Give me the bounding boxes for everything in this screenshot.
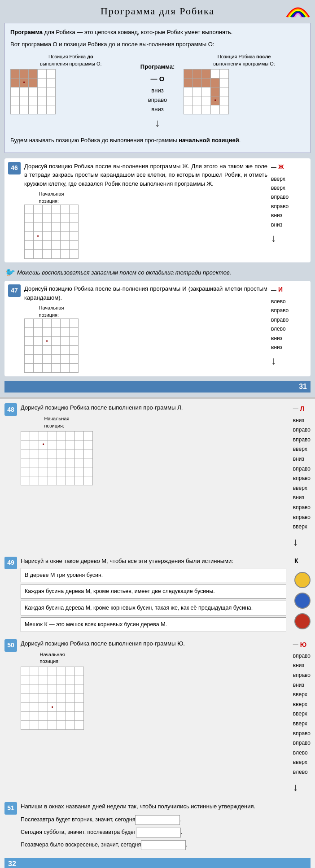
task-51: 51 Напиши в окнах названия дней недели т… [4, 802, 311, 853]
task-48-right: — Л вниз вправо вправо вверх вниз вправо… [293, 403, 311, 551]
task-48-start-pos: Начальнаяпозиция: [21, 415, 93, 485]
task-50-prog-name: Ю [300, 639, 306, 650]
before-section: Позиция Робика довыполнения программы О: [10, 53, 131, 114]
task-num-49: 49 [4, 557, 17, 569]
program-demo: Позиция Робика довыполнения программы О:… [10, 53, 305, 131]
task-48-grid [21, 431, 93, 485]
task-51-answer-2[interactable] [136, 828, 181, 837]
task-46-step-5: вниз [271, 211, 282, 220]
bead-red [294, 613, 311, 629]
task-50-arrow: ↓ [293, 777, 298, 797]
task-51-row2: Сегодня суббота, значит, послезавтра буд… [21, 828, 311, 837]
page-2: 48 Дорисуй позицию Робика после выполнен… [0, 399, 315, 868]
task-47-step-5: вниз [271, 334, 282, 343]
task-51-stmt-3: Позавчера было воскресенье, значит, сего… [21, 841, 141, 849]
task-50-s2: вниз [293, 661, 304, 671]
task-47-arrow: ↓ [271, 352, 276, 370]
task-51-body: Напиши в окнах названия дней недели так,… [21, 802, 311, 853]
page-num-1: 31 [4, 381, 311, 393]
page-1: Программа для Робика Программа для Робик… [0, 0, 315, 397]
task-49-text: Нарисуй в окне такое дерево М, чтобы все… [21, 557, 286, 566]
task-48-s1: вниз [293, 416, 304, 426]
task-48-arrow: ↓ [293, 532, 298, 551]
task-48-s5: вниз [293, 454, 304, 464]
before-grid [10, 69, 56, 114]
task-48-text: Дорисуй позицию Робика после выполнения … [21, 403, 289, 413]
task-51-answer-1[interactable] [135, 815, 180, 825]
task-50-s12: вверх [293, 758, 307, 768]
task-50: 50 Дорисуй позицию Робика после выполнен… [4, 639, 311, 797]
task-47-right: — И влево вправо вправо влево вниз вниз … [271, 284, 307, 370]
task-48-s3: вправо [293, 435, 311, 445]
task-49-body: Нарисуй в окне такое дерево М, чтобы все… [21, 557, 286, 634]
task-51-row3: Позавчера было воскресенье, значит, сего… [21, 840, 311, 850]
info-line2: Вот программа О и позиции Робика до и по… [10, 40, 305, 49]
note-text: Можешь воспользоваться запасным полем со… [17, 269, 231, 277]
task-51-text: Напиши в окнах названия дней недели так,… [21, 802, 311, 811]
info-box: Программа для Робика — это цепочка коман… [4, 23, 311, 153]
task-50-s4: вниз [293, 680, 304, 690]
task-47-body: Дорисуй позицию Робика после вы-полнения… [24, 284, 267, 373]
rainbow-icon [284, 4, 311, 19]
stmt-2: Каждая бусина дерева М, кроме листьев, и… [21, 584, 286, 599]
task-50-s6: вверх [293, 700, 307, 710]
task-47-step-6: вниз [271, 343, 282, 352]
after-section: Позиция Робика послевыполнения программы… [184, 53, 305, 114]
task-48-s8: вверх [293, 484, 307, 493]
program-display: Программа: — О вниз вправо вниз ↓ [140, 53, 175, 131]
task-50-right: — Ю вправо вниз вправо вниз вверх вверх … [293, 639, 311, 797]
task-48: 48 Дорисуй позицию Робика после выполнен… [4, 403, 311, 551]
task-46-step-3: вправо [271, 192, 289, 201]
task-47-step-3: вправо [271, 315, 289, 324]
task-50-start-pos: Начальнаяпозиция: [21, 651, 84, 730]
step-2: вправо [148, 96, 167, 105]
bead-blue [294, 593, 311, 609]
task-47-start-label: Начальнаяпозиция: [39, 305, 64, 318]
task-50-s5: вверх [293, 690, 307, 700]
task-num-50: 50 [4, 639, 17, 652]
task-47-step-4: влево [271, 324, 286, 333]
page-num-2: 32 [4, 858, 311, 868]
task-48-prog-name: Л [300, 403, 305, 414]
task-46-right: — Ж вверх вверх вправо вправо вниз вниз … [271, 162, 307, 248]
task-50-grid [21, 667, 84, 730]
task-51-answer-3[interactable] [141, 840, 186, 850]
bead-label-k: К [294, 557, 298, 566]
step-3: вниз [151, 105, 163, 114]
task-50-grid-area: Начальнаяпозиция: [21, 651, 289, 730]
task-50-body: Дорисуй позицию Робика после выполнения … [21, 639, 289, 730]
program-name: — О [151, 74, 165, 84]
task-num-51: 51 [4, 802, 17, 815]
task-46-step-4: вправо [271, 202, 289, 211]
task-48-s12: вверх [293, 522, 307, 532]
task-50-s10: вправо [293, 738, 311, 748]
task-48-s9: вниз [293, 493, 304, 503]
task-48-body: Дорисуй позицию Робика после выполнения … [21, 403, 289, 485]
stmt-3: Каждая бусина дерева М, кроме корневых б… [21, 601, 286, 615]
summary-text: Будем называть позицию Робика до выполне… [10, 136, 305, 145]
task-48-s4: вверх [293, 445, 307, 454]
stmt-1: В дереве М три уровня бусин. [21, 568, 286, 583]
bird-icon: 🐦 [4, 267, 14, 278]
task-46-start-label: Начальнаяпозиция: [39, 191, 64, 205]
task-46-prog-name: Ж [278, 162, 284, 173]
task-47-step-2: вправо [271, 306, 289, 315]
task-51-row1: Послезавтра будет вторник, значит, сегод… [21, 815, 311, 825]
task-48-grid-area: Начальнаяпозиция: [21, 415, 289, 485]
bead-yellow [294, 572, 311, 588]
task-48-s10: вправо [293, 503, 311, 513]
after-label: Позиция Робика послевыполнения программы… [184, 53, 305, 67]
task-48-s6: вправо [293, 464, 311, 474]
note-row: 🐦 Можешь воспользоваться запасным полем … [4, 267, 311, 278]
task-50-s8: вверх [293, 719, 307, 729]
task-47-start-pos: Начальнаяпозиция: [24, 305, 79, 373]
step-1: вниз [151, 86, 163, 96]
task-50-s7: вверх [293, 709, 307, 719]
before-label: Позиция Робика довыполнения программы О: [10, 53, 131, 67]
task-46-start-pos: Начальнаяпозиция: [24, 191, 79, 259]
task-51-stmt-2: Сегодня суббота, значит, послезавтра буд… [21, 829, 136, 837]
task-46: 46 Дорисуй позицию Робика после вы-полне… [4, 158, 311, 262]
task-50-text: Дорисуй позицию Робика после выполнения … [21, 639, 289, 649]
task-47-grid [24, 318, 79, 373]
after-grid [184, 69, 229, 114]
